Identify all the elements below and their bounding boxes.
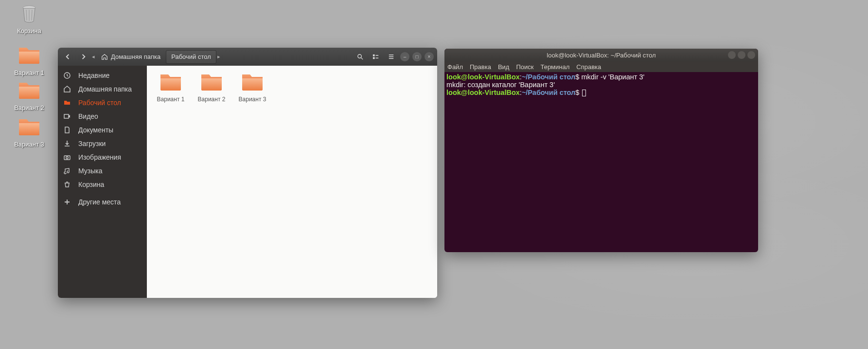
svg-rect-6 [372,55,374,56]
term-path: ~/Рабочий стол [522,73,575,81]
term-cmd: mkdir -v 'Вариант 3' [581,73,644,81]
desktop-folder-label: Вариант 1 [10,69,49,76]
file-folder-variant1[interactable]: Вариант 1 [153,72,189,103]
sidebar-item-music[interactable]: Музыка [58,164,147,178]
svg-point-4 [357,55,361,58]
camera-icon [63,153,71,162]
terminal-cursor [582,90,586,96]
document-icon [63,126,71,134]
sidebar-item-label: Корзина [78,181,104,188]
sidebar-item-documents[interactable]: Документы [58,123,147,137]
plus-icon [63,198,71,206]
desktop-trash[interactable]: Корзина [10,4,49,35]
home-icon [101,54,108,60]
trash-icon [63,180,71,189]
file-folder-variant2[interactable]: Вариант 2 [194,72,230,103]
download-icon [63,139,71,148]
terminal-title: look@look-VirtualBox: ~/Рабочий стол [547,52,655,59]
sidebar-item-label: Загрузки [78,140,106,147]
desktop-folder-label: Вариант 2 [10,104,49,111]
folder-icon [18,80,41,100]
sidebar-item-label: Видео [78,112,98,120]
breadcrumb-home-label: Домашняя папка [111,53,160,60]
menu-help[interactable]: Справка [576,63,601,71]
sidebar-item-label: Недавние [78,72,109,79]
sidebar-item-label: Музыка [78,167,103,175]
menu-search[interactable]: Поиск [516,63,533,71]
term-output: mkdir: создан каталог 'Вариант 3' [446,81,555,89]
search-icon [356,53,364,60]
file-manager-header: ◂ Домашняя папка Рабочий стол ▸ – □ × [58,48,437,66]
path-caret-icon: ▸ [216,54,221,60]
sidebar-item-desktop[interactable]: Рабочий стол [58,96,147,110]
svg-line-5 [361,57,363,59]
terminal-minimize-button[interactable] [728,51,736,59]
sidebar-item-home[interactable]: Домашняя папка [58,82,147,96]
folder-icon [240,72,265,92]
menu-file[interactable]: Файл [447,63,463,71]
grid-icon [372,53,379,60]
sidebar-item-downloads[interactable]: Загрузки [58,137,147,150]
terminal-titlebar[interactable]: look@look-VirtualBox: ~/Рабочий стол [444,49,758,61]
clock-icon [63,71,71,80]
term-userhost: look@look-VirtualBox [446,73,520,81]
term-path: ~/Рабочий стол [522,89,575,96]
file-label: Вариант 1 [153,96,189,103]
sidebar-item-recent[interactable]: Недавние [58,69,147,82]
svg-rect-7 [372,57,374,59]
svg-rect-14 [64,114,69,118]
terminal-body[interactable]: look@look-VirtualBox:~/Рабочий стол$ mkd… [444,72,758,252]
sidebar-item-label: Домашняя папка [78,85,132,93]
terminal-window: look@look-VirtualBox: ~/Рабочий стол Фай… [444,49,758,252]
terminal-menubar: Файл Правка Вид Поиск Терминал Справка [444,61,758,72]
desktop-trash-label: Корзина [10,27,49,35]
home-icon [63,85,71,93]
file-manager-sidebar: Недавние Домашняя папка Рабочий стол Вид… [58,66,147,298]
path-caret-icon: ◂ [91,54,96,60]
desktop-folder-label: Вариант 3 [10,141,49,148]
menu-terminal[interactable]: Терминал [540,63,569,71]
minimize-button[interactable]: – [400,52,409,61]
folder-icon [18,116,41,137]
folder-icon [199,72,224,92]
sidebar-item-pictures[interactable]: Изображения [58,150,147,164]
folder-icon [18,45,41,65]
breadcrumb-current[interactable]: Рабочий стол [166,50,216,64]
menu-view[interactable]: Вид [498,63,510,71]
forward-button[interactable] [75,50,91,64]
folder-icon [63,98,71,107]
terminal-close-button[interactable] [747,51,755,59]
terminal-maximize-button[interactable] [738,51,745,59]
sidebar-item-trash[interactable]: Корзина [58,178,147,191]
desktop-folder-variant1[interactable]: Вариант 1 [10,45,49,76]
sidebar-item-videos[interactable]: Видео [58,110,147,123]
music-icon [63,166,71,175]
sidebar-item-label: Изображения [78,153,121,161]
hamburger-icon [388,53,395,60]
view-toggle-button[interactable] [368,50,383,64]
maximize-button[interactable]: □ [412,52,422,61]
search-button[interactable] [352,50,368,64]
breadcrumb-current-label: Рабочий стол [171,53,211,60]
sidebar-item-label: Документы [78,126,113,134]
close-button[interactable]: × [425,52,434,61]
file-folder-variant3[interactable]: Вариант 3 [234,72,270,103]
sidebar-item-label: Другие места [78,198,121,206]
back-button[interactable] [60,50,75,64]
desktop-folder-variant2[interactable]: Вариант 2 [10,80,49,111]
desktop-folder-variant3[interactable]: Вариант 3 [10,116,49,148]
sidebar-item-label: Рабочий стол [78,99,121,107]
sidebar-item-other-places[interactable]: Другие места [58,195,147,209]
term-userhost: look@look-VirtualBox [446,89,520,96]
svg-point-16 [66,157,68,159]
file-label: Вариант 3 [234,96,270,103]
file-label: Вариант 2 [194,96,230,103]
menu-button[interactable] [383,50,399,64]
trash-icon [19,4,39,23]
video-icon [63,112,71,121]
chevron-right-icon [80,53,87,60]
menu-edit[interactable]: Правка [470,63,491,71]
file-manager-content[interactable]: Вариант 1 Вариант 2 Вариант 3 [147,66,437,298]
chevron-left-icon [64,53,71,60]
breadcrumb-home[interactable]: Домашняя папка [96,50,166,64]
